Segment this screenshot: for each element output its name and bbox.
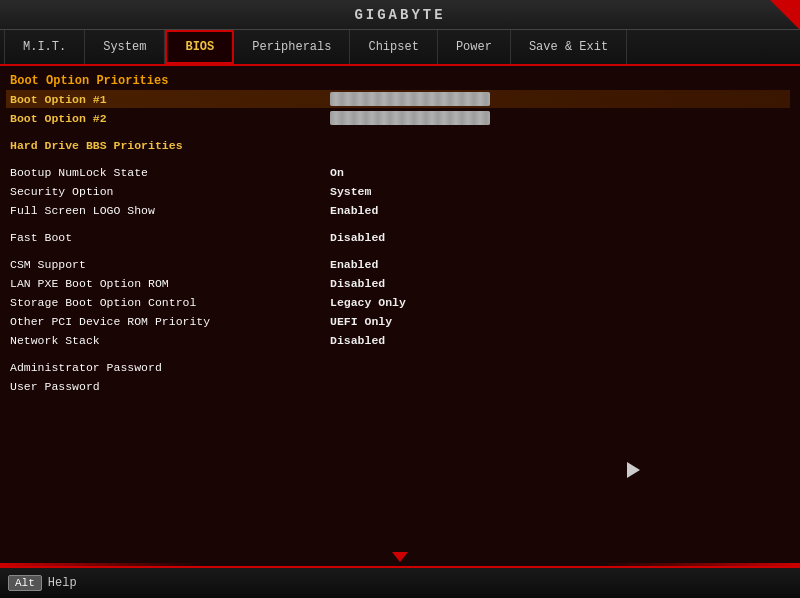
nav-item-system[interactable]: System: [85, 30, 165, 64]
boot2-value: [330, 111, 490, 125]
security-label: Security Option: [10, 185, 330, 198]
menu-row-lanpxe[interactable]: LAN PXE Boot Option ROM Disabled: [10, 274, 790, 292]
storage-value: Legacy Only: [330, 296, 406, 309]
nav-item-peripherals[interactable]: Peripherals: [234, 30, 350, 64]
menu-row-userpw[interactable]: User Password: [10, 377, 790, 395]
fastboot-value: Disabled: [330, 231, 385, 244]
nav-item-bios[interactable]: BIOS: [165, 30, 234, 64]
otherpci-value: UEFI Only: [330, 315, 392, 328]
mouse-cursor: [627, 462, 640, 478]
nav-item-save-exit[interactable]: Save & Exit: [511, 30, 627, 64]
help-label: Help: [48, 576, 77, 590]
storage-label: Storage Boot Option Control: [10, 296, 330, 309]
menu-row-boot1[interactable]: Boot Option #1: [6, 90, 790, 108]
main-content: Boot Option Priorities Boot Option #1 Bo…: [0, 66, 800, 566]
netstack-label: Network Stack: [10, 334, 330, 347]
logo-label: Full Screen LOGO Show: [10, 204, 330, 217]
menu-row-numlock[interactable]: Bootup NumLock State On: [10, 163, 790, 181]
userpw-label: User Password: [10, 380, 330, 393]
bottom-bar: Alt Help: [0, 566, 800, 598]
numlock-value: On: [330, 166, 344, 179]
fastboot-label: Fast Boot: [10, 231, 330, 244]
lanpxe-label: LAN PXE Boot Option ROM: [10, 277, 330, 290]
corner-accent: [770, 0, 800, 30]
brand-title: GIGABYTE: [354, 7, 445, 23]
menu-row-boot2[interactable]: Boot Option #2: [10, 109, 790, 127]
top-bar: GIGABYTE: [0, 0, 800, 30]
menu-row-netstack[interactable]: Network Stack Disabled: [10, 331, 790, 349]
security-value: System: [330, 185, 371, 198]
nav-item-mit[interactable]: M.I.T.: [4, 30, 85, 64]
csm-value: Enabled: [330, 258, 378, 271]
nav-bar: M.I.T. System BIOS Peripherals Chipset P…: [0, 30, 800, 66]
menu-row-fastboot[interactable]: Fast Boot Disabled: [10, 228, 790, 246]
logo-value: Enabled: [330, 204, 378, 217]
lanpxe-value: Disabled: [330, 277, 385, 290]
alt-badge: Alt: [8, 575, 42, 591]
menu-row-csm[interactable]: CSM Support Enabled: [10, 255, 790, 273]
bottom-triangle: [392, 552, 408, 562]
boot1-label: Boot Option #1: [10, 93, 330, 106]
hdd-label: Hard Drive BBS Priorities: [10, 139, 330, 152]
csm-label: CSM Support: [10, 258, 330, 271]
netstack-value: Disabled: [330, 334, 385, 347]
numlock-label: Bootup NumLock State: [10, 166, 330, 179]
section-boot-priorities: Boot Option Priorities: [10, 74, 790, 88]
nav-item-chipset[interactable]: Chipset: [350, 30, 437, 64]
menu-row-logo[interactable]: Full Screen LOGO Show Enabled: [10, 201, 790, 219]
boot1-value: [330, 92, 490, 106]
menu-row-hdd[interactable]: Hard Drive BBS Priorities: [10, 136, 790, 154]
menu-row-security[interactable]: Security Option System: [10, 182, 790, 200]
nav-item-power[interactable]: Power: [438, 30, 511, 64]
adminpw-label: Administrator Password: [10, 361, 330, 374]
menu-row-storage[interactable]: Storage Boot Option Control Legacy Only: [10, 293, 790, 311]
menu-row-adminpw[interactable]: Administrator Password: [10, 358, 790, 376]
boot2-label: Boot Option #2: [10, 112, 330, 125]
menu-row-otherpci[interactable]: Other PCI Device ROM Priority UEFI Only: [10, 312, 790, 330]
otherpci-label: Other PCI Device ROM Priority: [10, 315, 330, 328]
